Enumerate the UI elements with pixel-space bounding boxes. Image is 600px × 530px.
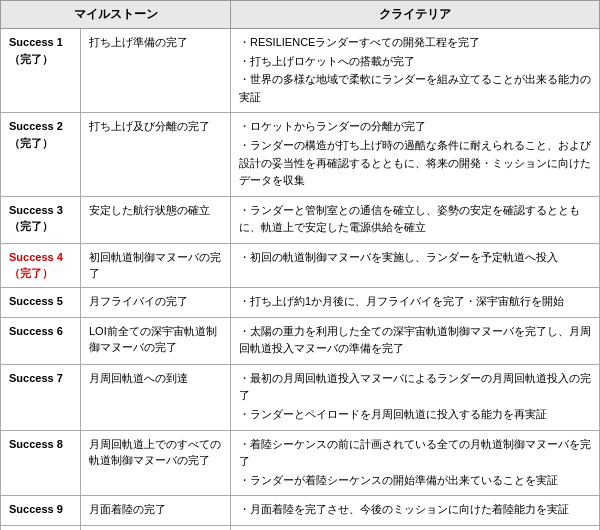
header-milestone: マイルストーン: [1, 1, 231, 29]
table-row: Success 3（完了）安定した航行状態の確立ランダーと管制室との通信を確立し…: [1, 196, 600, 243]
criteria-item: ロケットからランダーの分離が完了: [239, 118, 591, 136]
milestone-cell: Success 9: [1, 496, 81, 526]
criteria-item: ランダーが着陸シーケンスの開始準備が出来ていることを実証: [239, 472, 591, 490]
table-row: Success 4（完了）初回軌道制御マヌーバの完了初回の軌道制御マヌーバを実施…: [1, 243, 600, 287]
criteria-cell: 太陽の重力を利用した全ての深宇宙軌道制御マヌーバを完了し、月周回軌道投入マヌーバ…: [231, 317, 600, 364]
milestone-cell: Success 1（完了）: [1, 29, 81, 113]
table-row: Success 8月周回軌道上でのすべての軌道制御マヌーバの完了着陸シーケンスの…: [1, 430, 600, 496]
milestone-cell: Success 2（完了）: [1, 113, 81, 196]
table-row: Success 5月フライバイの完了打ち上げ約1か月後に、月フライバイを完了・深…: [1, 287, 600, 317]
criteria-cell: 月面着陸を完了させ、今後のミッションに向けた着陸能力を実証: [231, 496, 600, 526]
criteria-item: RESILIENCEランダーすべての開発工程を完了: [239, 34, 591, 52]
milestone-cell: Success 4（完了）: [1, 243, 81, 287]
title-cell: 月面着陸後の安定状態の確立: [81, 525, 231, 530]
title-cell: 打ち上げ準備の完了: [81, 29, 231, 113]
table-row: Success 2（完了）打ち上げ及び分離の完了ロケットからランダーの分離が完了…: [1, 113, 600, 196]
milestone-cell: Success 7: [1, 364, 81, 430]
title-cell: 月フライバイの完了: [81, 287, 231, 317]
title-cell: 打ち上げ及び分離の完了: [81, 113, 231, 196]
criteria-item: 太陽の重力を利用した全ての深宇宙軌道制御マヌーバを完了し、月周回軌道投入マヌーバ…: [239, 323, 591, 358]
criteria-item: 世界の多様な地域で柔軟にランダーを組み立てることが出来る能力の実証: [239, 71, 591, 106]
table-row: Success 10月面着陸後の安定状態の確立着陸後の月面での安定した通信と電力…: [1, 525, 600, 530]
criteria-item: 月面着陸を完了させ、今後のミッションに向けた着陸能力を実証: [239, 501, 591, 519]
table-row: Success 6LOI前全ての深宇宙軌道制御マヌーバの完了太陽の重力を利用した…: [1, 317, 600, 364]
title-cell: 初回軌道制御マヌーバの完了: [81, 243, 231, 287]
criteria-cell: 打ち上げ約1か月後に、月フライバイを完了・深宇宙航行を開始: [231, 287, 600, 317]
criteria-cell: ランダーと管制室との通信を確立し、姿勢の安定を確認するとともに、軌道上で安定した…: [231, 196, 600, 243]
table-row: Success 9月面着陸の完了月面着陸を完了させ、今後のミッションに向けた着陸…: [1, 496, 600, 526]
milestone-table: マイルストーン クライテリア Success 1（完了）打ち上げ準備の完了RES…: [0, 0, 600, 530]
milestone-cell: Success 8: [1, 430, 81, 496]
title-cell: 月周回軌道への到達: [81, 364, 231, 430]
criteria-item: 打ち上げ約1か月後に、月フライバイを完了・深宇宙航行を開始: [239, 293, 591, 311]
criteria-cell: RESILIENCEランダーすべての開発工程を完了打ち上げロケットへの搭載が完了…: [231, 29, 600, 113]
criteria-cell: 最初の月周回軌道投入マヌーバによるランダーの月周回軌道投入の完了ランダーとペイロ…: [231, 364, 600, 430]
criteria-item: 初回の軌道制御マヌーバを実施し、ランダーを予定軌道へ投入: [239, 249, 591, 267]
criteria-item: ランダーの構造が打ち上げ時の過酷な条件に耐えられること、および設計の妥当性を再確…: [239, 137, 591, 190]
table-row: Success 7月周回軌道への到達最初の月周回軌道投入マヌーバによるランダーの…: [1, 364, 600, 430]
header-criteria: クライテリア: [231, 1, 600, 29]
title-cell: 月周回軌道上でのすべての軌道制御マヌーバの完了: [81, 430, 231, 496]
criteria-cell: 着陸後の月面での安定した通信と電力確保を確立: [231, 525, 600, 530]
milestone-cell: Success 6: [1, 317, 81, 364]
criteria-item: ランダーと管制室との通信を確立し、姿勢の安定を確認するとともに、軌道上で安定した…: [239, 202, 591, 237]
table-row: Success 1（完了）打ち上げ準備の完了RESILIENCEランダーすべての…: [1, 29, 600, 113]
criteria-cell: 初回の軌道制御マヌーバを実施し、ランダーを予定軌道へ投入: [231, 243, 600, 287]
milestone-cell: Success 5: [1, 287, 81, 317]
criteria-cell: 着陸シーケンスの前に計画されている全ての月軌道制御マヌーバを完了ランダーが着陸シ…: [231, 430, 600, 496]
criteria-item: ランダーとペイロードを月周回軌道に投入する能力を再実証: [239, 406, 591, 424]
title-cell: 月面着陸の完了: [81, 496, 231, 526]
criteria-item: 最初の月周回軌道投入マヌーバによるランダーの月周回軌道投入の完了: [239, 370, 591, 405]
milestone-cell: Success 10: [1, 525, 81, 530]
milestone-cell: Success 3（完了）: [1, 196, 81, 243]
criteria-item: 打ち上げロケットへの搭載が完了: [239, 53, 591, 71]
criteria-item: 着陸シーケンスの前に計画されている全ての月軌道制御マヌーバを完了: [239, 436, 591, 471]
title-cell: 安定した航行状態の確立: [81, 196, 231, 243]
criteria-cell: ロケットからランダーの分離が完了ランダーの構造が打ち上げ時の過酷な条件に耐えられ…: [231, 113, 600, 196]
title-cell: LOI前全ての深宇宙軌道制御マヌーバの完了: [81, 317, 231, 364]
